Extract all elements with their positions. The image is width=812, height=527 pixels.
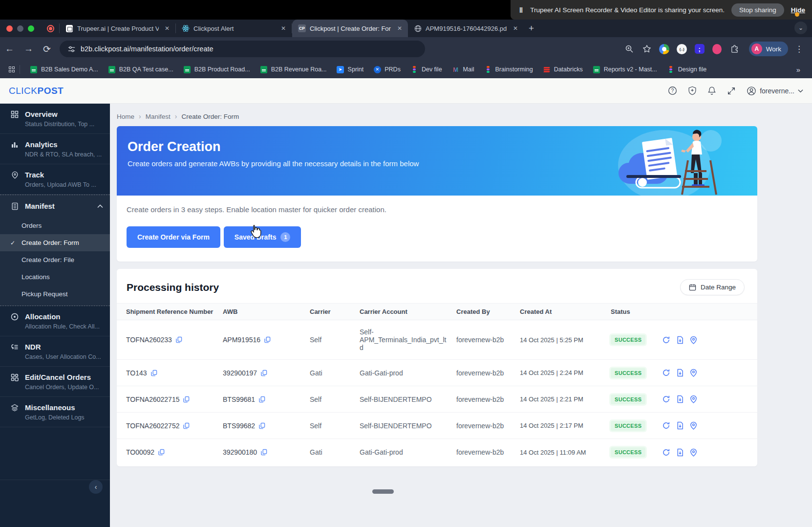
fullscreen-expand-icon[interactable] [727,87,736,95]
track-location-icon[interactable] [690,395,697,403]
saved-drafts-button[interactable]: Saved Drafts 1 [224,226,301,248]
bookmark-b2b-product-road[interactable]: B2B Product Road... [178,63,255,76]
sidebar-subitem-orders[interactable]: Orders [0,217,110,234]
bookmark-sprint[interactable]: ➤Sprint [332,63,369,76]
extension-parens-icon[interactable]: (..) [675,42,689,56]
close-window-button[interactable] [6,25,13,32]
new-tab-button[interactable]: + [524,23,539,34]
retry-refresh-icon[interactable] [662,336,670,344]
download-label-icon[interactable] [676,421,684,430]
sidebar-item-manifest[interactable]: Manifest [0,195,110,217]
bookmark-b2b-sales-demo[interactable]: B2B Sales Demo A... [25,63,103,76]
track-location-icon[interactable] [690,448,697,457]
extensions-puzzle-icon[interactable] [727,42,742,56]
help-icon[interactable]: ? [668,86,677,95]
shield-plus-icon[interactable] [688,86,697,95]
bookmark-b2b-revenue-road[interactable]: B2B Revenue Roa... [255,63,332,76]
retry-refresh-icon[interactable] [662,421,670,430]
minimize-window-button[interactable] [17,25,23,32]
bookmark-design-file[interactable]: Design file [662,63,711,76]
table-row[interactable]: TOFNA26022715 BTS99681 Self Self-BIJENDE… [117,386,757,413]
tab-clickpost-create-order[interactable]: CP Clickpost | Create Order: For ✕ [292,20,408,37]
sidebar-subitem-locations[interactable]: Locations [0,268,110,285]
breadcrumb-home[interactable]: Home [117,113,134,120]
sidebar-subitem-create-order-file[interactable]: Create Order: File [0,251,110,268]
horizontal-scrollbar-thumb[interactable] [372,489,394,494]
download-label-icon[interactable] [676,448,684,457]
copy-icon[interactable] [261,449,267,456]
reload-button[interactable]: ⟳ [38,42,56,57]
site-settings-icon[interactable] [67,45,76,53]
bookmarks-overflow-icon[interactable]: » [790,66,807,74]
copy-icon[interactable] [176,336,182,343]
track-location-icon[interactable] [690,369,697,377]
track-location-icon[interactable] [690,336,697,344]
table-row[interactable]: TOFNA260233 APM919516 Self Self-APM_Term… [117,320,757,360]
url-text[interactable]: b2b.clickpost.ai/manifestation/order/cre… [81,45,214,53]
sidebar-subitem-pickup-request[interactable]: Pickup Request [0,285,110,306]
copy-icon[interactable] [264,336,271,343]
copy-icon[interactable] [259,396,265,403]
browser-profile-button[interactable]: A Work [749,42,788,56]
table-row[interactable]: TO143 392900197 Gati Gati-Gati-prod fore… [117,360,757,386]
clickpost-logo[interactable]: CLICKPOST [9,86,64,96]
sidebar-item-track[interactable]: Track Orders, Upload AWB To ... [0,164,110,195]
extension-pink-icon[interactable] [710,42,725,56]
sidebar-item-miscellaneous[interactable]: Miscellaneous GetLog, Deleted Logs [0,397,110,427]
copy-icon[interactable] [151,370,157,376]
create-order-via-form-button[interactable]: Create Order via Form [127,226,220,248]
sidebar-item-ndr[interactable]: NDR Cases, User Allocation Co... [0,336,110,367]
stop-sharing-button[interactable]: Stop sharing [731,3,784,17]
bookmark-prds[interactable]: ✕PRDs [368,63,406,76]
apps-grid-icon[interactable] [5,66,20,72]
bookmark-dev-file[interactable]: Dev file [406,63,447,76]
table-row[interactable]: TO00092 392900180 Gati Gati-Gati-prod fo… [117,439,757,465]
sidebar-item-analytics[interactable]: Analytics NDR & RTO, SLA breach, ... [0,134,110,164]
extension-semicolon-icon[interactable]: ; [692,42,707,56]
back-button[interactable]: ← [0,42,19,56]
sidebar-collapse-button[interactable]: ‹ [89,480,103,494]
tab-search-button[interactable]: ⌄ [794,22,807,34]
sidebar-item-edit-cancel-orders[interactable]: Edit/Cancel Orders Cancel Orders, Update… [0,367,110,397]
date-range-button[interactable]: Date Range [680,279,745,295]
breadcrumb-manifest[interactable]: Manifest [146,113,171,120]
retry-refresh-icon[interactable] [662,395,670,403]
download-label-icon[interactable] [676,369,684,377]
sidebar-item-overview[interactable]: Overview Status Distribution, Top ... [0,104,110,134]
sidebar-subitem-create-order-form[interactable]: ✓ Create Order: Form [0,234,110,251]
extension-colorwheel-icon[interactable] [657,42,672,56]
bookmark-databricks[interactable]: Databricks [538,63,588,76]
tab-close-icon[interactable]: ✕ [511,24,520,33]
sidebar-item-allocation[interactable]: Allocation Allocation Rule, Check All... [0,306,110,336]
forward-button[interactable]: → [19,42,38,56]
bookmark-reports-v2[interactable]: Reports v2 - Mast... [588,63,662,76]
tab-trupeer[interactable]: Trupeer.ai | Create Product Vi ✕ [60,20,175,37]
tab-pdf[interactable]: APM919516-1760442926.pd ✕ [408,20,524,37]
copy-icon[interactable] [259,422,265,429]
notifications-bell-icon[interactable] [707,86,716,95]
zoom-search-icon[interactable] [622,42,637,56]
retry-refresh-icon[interactable] [662,369,670,377]
browser-menu-icon[interactable]: ⋮ [791,44,807,54]
tab-close-icon[interactable]: ✕ [395,24,404,33]
track-location-icon[interactable] [690,421,697,430]
table-row[interactable]: TOFNA26022752 BTS99682 Self Self-BIJENDE… [117,413,757,439]
copy-icon[interactable] [183,422,190,429]
bookmark-star-icon[interactable] [640,42,654,56]
tab-close-icon[interactable]: ✕ [163,24,171,33]
recording-indicator-icon[interactable] [47,25,54,32]
copy-icon[interactable] [183,396,190,403]
download-label-icon[interactable] [676,395,684,403]
hide-link[interactable]: Hide [791,6,805,14]
retry-refresh-icon[interactable] [662,448,670,457]
zoom-window-button[interactable] [28,25,34,32]
bookmark-b2b-qa-test[interactable]: B2B QA Test case... [103,63,178,76]
account-menu[interactable]: foreverne... [747,86,803,96]
bookmark-mail[interactable]: MMail [447,63,479,76]
copy-icon[interactable] [158,449,165,456]
download-label-icon[interactable] [676,336,684,344]
bookmark-brainstorming[interactable]: Brainstorming [479,63,538,76]
address-bar[interactable]: b2b.clickpost.ai/manifestation/order/cre… [60,41,425,57]
tab-clickpost-alert[interactable]: Clickpost Alert ✕ [176,20,292,37]
tab-close-icon[interactable]: ✕ [279,24,288,33]
